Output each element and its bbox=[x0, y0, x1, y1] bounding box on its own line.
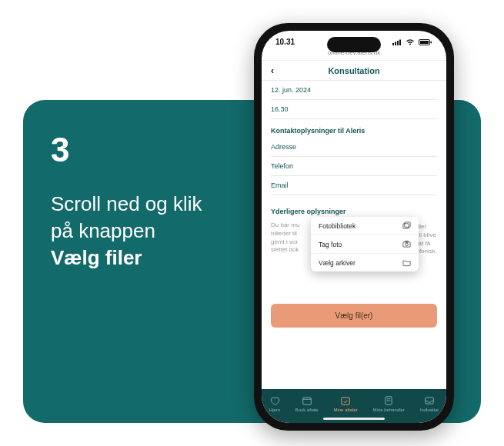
notch bbox=[327, 37, 381, 52]
svg-rect-2 bbox=[397, 41, 399, 45]
document-icon bbox=[383, 395, 394, 406]
battery-icon bbox=[419, 39, 432, 45]
svg-rect-18 bbox=[426, 398, 434, 404]
wifi-icon bbox=[406, 39, 415, 45]
svg-rect-5 bbox=[420, 41, 429, 44]
tab-label: Hjem bbox=[269, 408, 280, 412]
camera-icon bbox=[402, 240, 411, 248]
popover-fotobibliotek[interactable]: Fotobibliotek bbox=[311, 217, 419, 235]
instruction-line2: på knappen bbox=[51, 219, 155, 242]
email-field[interactable]: Email bbox=[271, 176, 437, 195]
tab-mine-aftaler[interactable]: Mine aftaler bbox=[333, 395, 357, 412]
calendar-icon bbox=[302, 395, 312, 406]
svg-rect-3 bbox=[399, 40, 401, 46]
tab-label: Mine aftaler bbox=[333, 408, 357, 412]
inbox-icon bbox=[424, 395, 435, 406]
phone-frame: 10.31 online-dev.aleris.dk ‹ Konsultatio… bbox=[254, 23, 454, 431]
appointment-time: 16.30 bbox=[271, 100, 437, 119]
svg-rect-8 bbox=[405, 222, 410, 227]
header-title: Konsultation bbox=[328, 66, 379, 75]
instruction-bold: Vælg filer bbox=[51, 246, 142, 269]
app-header: ‹ Konsultation bbox=[262, 61, 446, 81]
popover-anchor: Du har mu billeder til gemt i vor slette… bbox=[271, 218, 437, 259]
tab-hjem[interactable]: Hjem bbox=[269, 395, 280, 412]
extra-heading: Yderligere oplysninger bbox=[271, 200, 437, 218]
tab-label: Book aftale bbox=[295, 408, 319, 412]
popover-item-label: Fotobibliotek bbox=[319, 222, 355, 230]
body-l1: Du har mu bbox=[271, 221, 299, 228]
cellular-icon bbox=[392, 39, 402, 45]
popover-item-label: Tag foto bbox=[319, 241, 342, 248]
tab-book-aftale[interactable]: Book aftale bbox=[295, 395, 319, 412]
svg-rect-6 bbox=[431, 42, 432, 44]
phone-screen: 10.31 online-dev.aleris.dk ‹ Konsultatio… bbox=[262, 31, 446, 423]
svg-rect-11 bbox=[406, 241, 409, 242]
phone-field[interactable]: Telefon bbox=[271, 157, 437, 176]
instruction-line1: Scroll ned og klik bbox=[51, 192, 202, 215]
popover-item-label: Vælg arkiver bbox=[319, 259, 355, 267]
svg-rect-1 bbox=[395, 42, 396, 46]
svg-rect-14 bbox=[342, 398, 350, 404]
popover-tag-foto[interactable]: Tag foto bbox=[311, 235, 419, 254]
popover-vaelg-arkiver[interactable]: Vælg arkiver bbox=[311, 254, 419, 271]
body-l3: gemt i vor bbox=[271, 238, 298, 245]
body-l2: billeder til bbox=[271, 230, 297, 237]
back-button[interactable]: ‹ bbox=[271, 65, 274, 76]
photo-library-icon bbox=[402, 221, 411, 230]
tab-label: Mine behandler bbox=[373, 408, 405, 412]
body-l4: slettet dok bbox=[271, 246, 299, 253]
tab-mine-behandler[interactable]: Mine behandler bbox=[373, 395, 405, 412]
file-source-popover: Fotobibliotek Tag foto Vælg arkiver bbox=[311, 217, 419, 271]
svg-rect-12 bbox=[302, 398, 311, 404]
home-indicator bbox=[323, 418, 385, 420]
content-area: 12. jun. 2024 16.30 Kontaktoplysninger t… bbox=[262, 81, 446, 389]
calendar-check-icon bbox=[340, 395, 351, 406]
tab-label: Indbakke bbox=[420, 408, 439, 412]
choose-files-button[interactable]: Vælg fil(er) bbox=[271, 304, 437, 328]
svg-rect-7 bbox=[403, 224, 409, 228]
folder-icon bbox=[402, 258, 411, 267]
svg-point-10 bbox=[406, 243, 409, 246]
tab-indbakke[interactable]: Indbakke bbox=[420, 395, 439, 412]
svg-rect-0 bbox=[392, 43, 394, 45]
address-field[interactable]: Adresse bbox=[271, 138, 437, 157]
status-indicators bbox=[391, 38, 432, 46]
heart-icon bbox=[269, 395, 280, 406]
status-time: 10.31 bbox=[275, 38, 295, 46]
svg-rect-9 bbox=[403, 242, 410, 247]
appointment-date: 12. jun. 2024 bbox=[271, 81, 437, 100]
contact-heading: Kontaktoplysninger til Aleris bbox=[271, 119, 437, 138]
